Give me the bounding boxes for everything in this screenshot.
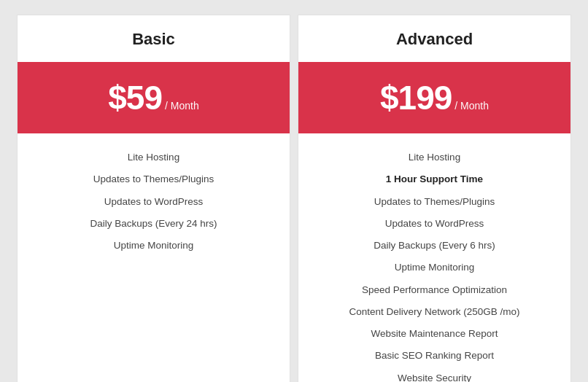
feature-item-basic-1: Updates to Themes/Plugins xyxy=(25,168,282,190)
plan-price-box-basic: $59/ Month xyxy=(18,62,290,133)
feature-item-advanced-7: Content Delivery Network (250GB /mo) xyxy=(306,301,563,323)
plan-features-advanced: Lite Hosting1 Hour Support TimeUpdates t… xyxy=(298,133,570,382)
feature-item-advanced-4: Daily Backups (Every 6 hrs) xyxy=(306,235,563,257)
feature-item-advanced-10: Website Security xyxy=(306,367,563,383)
feature-item-advanced-2: Updates to Themes/Plugins xyxy=(306,191,563,213)
price-amount-advanced: $199 xyxy=(380,78,452,117)
plan-title-basic: Basic xyxy=(18,15,290,62)
plans-container: Basic$59/ MonthLite HostingUpdates to Th… xyxy=(17,15,571,382)
price-period-basic: / Month xyxy=(165,100,199,112)
feature-item-advanced-3: Updates to WordPress xyxy=(306,213,563,235)
price-amount-basic: $59 xyxy=(108,78,162,117)
feature-item-advanced-8: Website Maintenance Report xyxy=(306,323,563,345)
feature-item-basic-2: Updates to WordPress xyxy=(25,191,282,213)
feature-item-advanced-6: Speed Performance Optimization xyxy=(306,279,563,301)
feature-item-basic-4: Uptime Monitoring xyxy=(25,235,282,257)
feature-item-basic-3: Daily Backups (Every 24 hrs) xyxy=(25,213,282,235)
plan-title-advanced: Advanced xyxy=(298,15,570,62)
plan-features-basic: Lite HostingUpdates to Themes/PluginsUpd… xyxy=(18,133,290,274)
feature-item-advanced-5: Uptime Monitoring xyxy=(306,257,563,278)
feature-item-advanced-0: Lite Hosting xyxy=(306,147,563,168)
price-period-advanced: / Month xyxy=(454,100,489,112)
plan-price-box-advanced: $199/ Month xyxy=(298,62,570,133)
feature-item-basic-0: Lite Hosting xyxy=(25,147,282,168)
plan-card-advanced: Advanced$199/ MonthLite Hosting1 Hour Su… xyxy=(298,15,571,382)
feature-item-advanced-1: 1 Hour Support Time xyxy=(306,168,563,190)
feature-item-advanced-9: Basic SEO Ranking Report xyxy=(306,345,563,367)
plan-card-basic: Basic$59/ MonthLite HostingUpdates to Th… xyxy=(17,15,290,382)
